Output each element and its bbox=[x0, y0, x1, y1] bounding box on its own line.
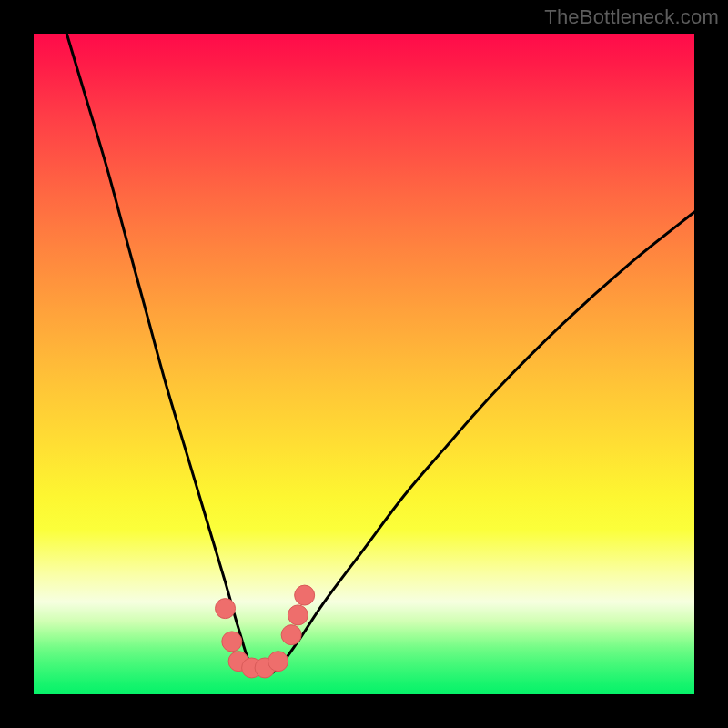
plot-area bbox=[34, 34, 694, 694]
watermark-text: TheBottleneck.com bbox=[544, 5, 719, 29]
chart-svg bbox=[34, 34, 694, 694]
chart-frame: TheBottleneck.com bbox=[0, 0, 728, 728]
data-marker bbox=[216, 599, 236, 619]
data-marker bbox=[268, 652, 288, 672]
data-marker bbox=[222, 632, 242, 652]
bottleneck-curve bbox=[66, 34, 694, 674]
data-marker bbox=[288, 605, 308, 625]
data-marker bbox=[295, 585, 315, 605]
data-marker bbox=[281, 625, 301, 645]
